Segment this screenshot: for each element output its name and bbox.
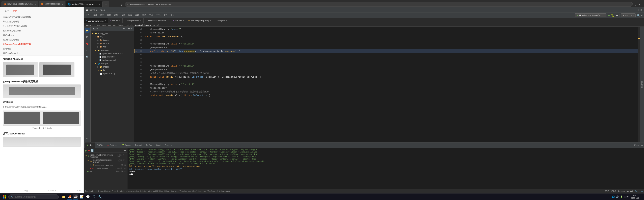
menu-navigate[interactable]: 导航	[106, 13, 112, 17]
refresh-button[interactable]: ↻	[120, 3, 122, 6]
tab-webxml-close[interactable]: ✕	[183, 20, 184, 22]
minimize-btn[interactable]: ─	[635, 9, 636, 11]
nav-item-1[interactable]: 通过数据乱码问题	[0, 19, 84, 24]
browser-tab-2[interactable]: 🦊 智慧帮教MOOC官网 ✕	[38, 1, 66, 7]
nav-item-0[interactable]: SpringMVC的请求处理请求参数	[0, 15, 84, 19]
browser-tab-1[interactable]: 🦊 高马程序员最全SSM框架教程(二... ✕	[1, 1, 38, 7]
structure-icon-btn[interactable]: ⊞	[85, 35, 90, 39]
tree-item-js[interactable]: ▼ 📁 js	[90, 69, 134, 72]
scroll-gutter[interactable]	[638, 27, 640, 142]
tree-item-images[interactable]: ▶ 📁 images	[90, 65, 134, 69]
bottom-tab-terminal[interactable]: Terminal	[133, 142, 144, 148]
coverage-button[interactable]: ⏹	[616, 14, 618, 17]
taskbar-app-notepad[interactable]: 📝	[79, 194, 84, 200]
debug-button[interactable]: 🐛	[611, 14, 614, 17]
bc-com[interactable]: com	[113, 24, 116, 26]
tree-item-webapp[interactable]: ▼ 🌐 webapp	[90, 62, 134, 65]
tree-item-springmvcxml[interactable]: 📄 spring-mvc.xml	[90, 59, 134, 62]
taskbar-app-chat[interactable]: 💬	[85, 194, 90, 200]
tab-ajax-close[interactable]: ✕	[119, 20, 120, 22]
bc-taotao[interactable]: taotao	[118, 24, 124, 26]
run-tree-item-compile[interactable]: ▶ ⚠ compile warning 1 sec, 824 ms	[84, 167, 127, 170]
settings-tree-icon[interactable]: ⚙	[128, 28, 130, 30]
menu-analyze[interactable]: 分析	[120, 13, 126, 17]
forward-button[interactable]: →	[116, 3, 119, 6]
charset-indicator[interactable]: UTF-8	[611, 190, 616, 192]
todo-icon-btn[interactable]: ✓	[85, 48, 90, 53]
form-isp-selector[interactable]: FORM ISP ▾	[621, 13, 636, 17]
find-icon-btn[interactable]: 🔍	[85, 55, 90, 59]
tree-item-jdbc[interactable]: 📄 jdbc.properties	[90, 55, 134, 59]
browser-tab-3[interactable]: 🌐 localhost:8080/spring_mvc/user... ✕	[66, 1, 103, 7]
file-tab-pomxml[interactable]: M pom.xml [spring_mvc] ✕	[186, 18, 213, 23]
tree-item-jquery[interactable]: 📄 jquery-3.1.1.js	[90, 72, 134, 75]
run-config-dropdown[interactable]: ▶ 🔲 spring_mvc [tomcat7:run] ▾	[575, 13, 606, 17]
crlf-indicator[interactable]: CRLF	[605, 190, 609, 192]
bottom-tab-build[interactable]: Build	[154, 142, 162, 148]
tree-item-resources[interactable]: ▼ 📁 resources	[90, 48, 134, 52]
taskbar-search-input[interactable]	[14, 196, 51, 198]
bottom-tab-profiler[interactable]: Profiler	[144, 142, 154, 148]
structure-side-label[interactable]: Structure	[640, 27, 644, 142]
taskbar-app-files[interactable]: 📁	[61, 194, 66, 200]
bc-main[interactable]: main	[102, 24, 106, 26]
show-desktop-btn[interactable]	[642, 194, 643, 200]
back-button[interactable]: ←	[112, 3, 115, 6]
run-tree-item-resources[interactable]: ▼ ⚠ resources: 1 warning 555 ms	[84, 163, 127, 167]
run-panel-run-btn[interactable]: ▶	[85, 149, 87, 152]
nav-item-5[interactable]: 成功解决乱码问题	[0, 37, 84, 42]
project-icon-btn[interactable]: 📁	[85, 28, 90, 33]
nav-item-3[interactable]: 配置全局乱码过滤器	[0, 28, 84, 33]
maximize-btn[interactable]: □	[638, 9, 639, 11]
nav-item-7[interactable]: 遇到问题	[0, 46, 84, 51]
tree-item-web-pkg[interactable]: ▶ 📦 web	[90, 45, 134, 48]
bookmark-button[interactable]: ☆	[635, 4, 637, 6]
taskbar-app-music[interactable]: 🎵	[91, 194, 96, 200]
bc-uc[interactable]: UserController.java	[135, 24, 151, 26]
sync-icon[interactable]: ⟲	[123, 28, 124, 30]
close-btn[interactable]: ✕	[640, 9, 642, 11]
close-tree-icon[interactable]: ✕	[131, 28, 133, 30]
collapse-icon[interactable]: ─	[126, 28, 127, 30]
taskbar-app-idea[interactable]: ☕	[73, 194, 78, 200]
menu-edit[interactable]: 编辑	[92, 13, 98, 17]
menu-file[interactable]: 文件	[84, 13, 91, 17]
menu-view[interactable]: 视图	[98, 13, 105, 17]
tab-pomxml-close[interactable]: ✕	[210, 20, 211, 22]
tab-user-close[interactable]: ✕	[226, 20, 227, 22]
tray-network-icon[interactable]: 🌐	[612, 196, 615, 198]
menu-help[interactable]: 帮助	[169, 13, 176, 17]
tree-item-service[interactable]: ▶ 📦 service	[90, 42, 134, 45]
bc-controller[interactable]: controller	[126, 24, 133, 26]
tab-uc-close[interactable]: ✕	[104, 20, 106, 22]
bc-project[interactable]: spring_mvc	[86, 24, 95, 26]
run-button[interactable]: ▶	[608, 14, 610, 17]
tab3-close[interactable]: ✕	[99, 3, 100, 5]
tray-sound-icon[interactable]: 🔊	[616, 196, 619, 198]
menu-tools[interactable]: 工具	[148, 13, 155, 17]
taskbar-clock[interactable]: 20:57 2022/4/19	[630, 194, 639, 199]
tab1-close[interactable]: ✕	[35, 3, 36, 5]
menu-code[interactable]: 代码	[113, 13, 120, 17]
tree-item-listener[interactable]: ▶ 📦 listener	[90, 38, 134, 42]
menu-button[interactable]: ⋮	[638, 4, 641, 6]
menu-run[interactable]: 运行	[141, 13, 148, 17]
bc-java[interactable]: java	[108, 24, 111, 26]
bottom-tab-problems[interactable]: ⚠ Problems	[105, 142, 120, 148]
bottom-tab-spring[interactable]: 🌱 Spring	[120, 142, 132, 148]
menu-refactor[interactable]: 重构	[127, 13, 134, 17]
browser-tab-new[interactable]: +	[103, 1, 109, 7]
bc-src[interactable]: src	[97, 24, 100, 26]
tree-item-project[interactable]: ▶ 📁 spring_mvc	[90, 32, 134, 35]
start-button[interactable]	[1, 194, 8, 200]
menu-vcs[interactable]: VCS	[155, 13, 162, 17]
indent-indicator[interactable]: 4 spaces	[618, 190, 624, 192]
tree-item-vo[interactable]: ▶ 📦 VO	[90, 35, 134, 38]
tab2-close[interactable]: ✕	[62, 3, 64, 5]
address-bar[interactable]	[124, 2, 633, 6]
tab-outline[interactable]: 大纲	[11, 9, 20, 13]
file-tab-ajax[interactable]: J ajax.jsp ✕	[108, 18, 122, 23]
file-tab-webxml[interactable]: X web.xml ✕	[171, 18, 186, 23]
run-panel-stop-btn[interactable]: ⏹	[88, 149, 90, 152]
event-log-indicator[interactable]: Event Log	[635, 190, 643, 192]
